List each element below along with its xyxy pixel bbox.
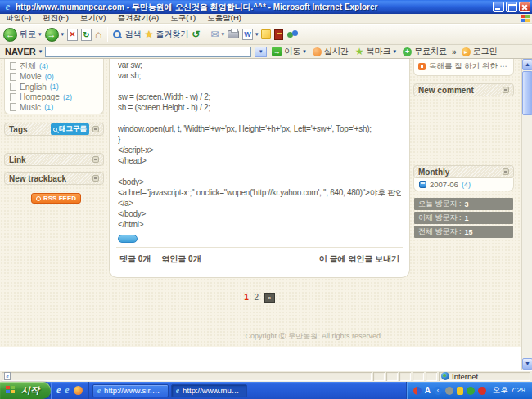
messenger-button[interactable] xyxy=(286,29,299,40)
status-panel xyxy=(399,372,411,381)
chevron-down-icon[interactable]: ▾ xyxy=(221,31,224,38)
stat-yesterday: 어제 방문자 : 1 xyxy=(414,212,513,224)
naver-bookmark-button[interactable]: ★ 북마크 ▾ xyxy=(354,46,398,57)
stop-button[interactable]: ✕ xyxy=(67,29,78,41)
trackback-count[interactable]: 엮인글 0개 xyxy=(161,253,201,265)
tagcloud-button[interactable]: 태그구름 xyxy=(51,123,89,135)
category-count: (1) xyxy=(44,103,53,111)
expand-icon[interactable] xyxy=(92,126,99,132)
next-page-button[interactable]: » xyxy=(264,293,275,303)
chevron-down-icon[interactable]: ▾ xyxy=(394,48,397,55)
menu-item-tools[interactable]: 도구(T) xyxy=(165,13,201,24)
tag-badge-icon[interactable] xyxy=(118,235,138,243)
history-button[interactable]: ↺ xyxy=(192,29,200,39)
chevron-down-icon[interactable]: ▾ xyxy=(61,31,65,38)
forward-button[interactable]: → ▾ xyxy=(45,28,65,42)
back-button[interactable]: ← 뒤로 ▾ xyxy=(3,28,42,42)
ime-language-icon[interactable]: A xyxy=(425,386,431,395)
scrollbar-thumb[interactable] xyxy=(522,71,532,115)
taskbar-window-sir[interactable]: e http://www.sir.co... xyxy=(92,384,169,397)
category-label: Music xyxy=(20,103,41,112)
note-tool-button[interactable] xyxy=(261,29,271,39)
mail-button[interactable]: ✉ ▾ xyxy=(210,29,224,39)
category-label: Movie xyxy=(20,72,42,81)
taskbar-window-muman[interactable]: e http://www.mum... xyxy=(171,384,247,397)
chevron-down-icon[interactable]: ▾ xyxy=(255,31,259,38)
favorites-button[interactable]: ★ 즐겨찾기 xyxy=(145,29,189,40)
scrollbar-up-button[interactable]: ▲ xyxy=(522,59,532,70)
expand-icon[interactable] xyxy=(503,168,509,175)
edit-button[interactable]: W ▾ xyxy=(242,29,259,40)
page-icon xyxy=(10,93,16,101)
page-2-link[interactable]: 2 xyxy=(255,293,259,302)
new-comment-box-header: New comment xyxy=(413,83,514,96)
tray-language-icon[interactable]: ‹ xyxy=(434,387,442,395)
divider xyxy=(156,256,156,263)
category-item-english[interactable]: English (1) xyxy=(10,82,98,92)
naver-free-button[interactable]: + 무료치료 xyxy=(401,46,449,57)
send-trackback-link[interactable]: 이 글에 엮인글 보내기 xyxy=(319,253,399,265)
scrollbar-track[interactable]: ▲ ▼ xyxy=(521,59,532,370)
menu-item-favorites[interactable]: 즐겨찾기(A) xyxy=(111,13,165,24)
toolbar-overflow-chevrons[interactable]: » xyxy=(452,47,457,56)
printer-icon xyxy=(228,30,239,38)
category-item-all[interactable]: 전체 (4) xyxy=(10,61,98,72)
start-button[interactable]: 시작 xyxy=(0,382,51,399)
menu-item-help[interactable]: 도움말(H) xyxy=(201,13,247,24)
monthly-item[interactable]: 2007-06 (4) xyxy=(413,178,514,191)
page-content: 전체 (4) Movie (0) English (1) Homepage (2… xyxy=(0,59,521,370)
category-label: English xyxy=(20,83,47,92)
naver-login-button[interactable]: ▸ 로그인 xyxy=(460,46,499,57)
system-tray: A ‹ 오후 7:29 xyxy=(406,382,532,399)
category-item-music[interactable]: Music (1) xyxy=(10,102,98,113)
minimize-button[interactable] xyxy=(493,2,504,12)
close-button[interactable] xyxy=(519,2,530,12)
visitor-stats: 오늘 방문자 : 3 어제 방문자 : 1 전체 방문자 : 15 xyxy=(414,198,513,240)
expand-icon[interactable] xyxy=(92,156,99,163)
naver-search-input[interactable] xyxy=(45,47,251,57)
category-item-homepage[interactable]: Homepage (2) xyxy=(10,92,98,103)
scrollbar-down-button[interactable]: ▼ xyxy=(522,358,532,370)
browser-quicklaunch-icon[interactable]: e xyxy=(65,384,69,397)
code-block: var sw; var sh; sw = (screen.Width - w) … xyxy=(118,60,401,230)
page-1-link[interactable]: 1 xyxy=(244,293,249,302)
menu-item-edit[interactable]: 편집(E) xyxy=(37,13,74,24)
app-quicklaunch-icon[interactable] xyxy=(74,386,83,395)
taskbar-clock[interactable]: 오후 7:29 xyxy=(489,385,525,396)
print-button[interactable] xyxy=(228,30,239,38)
comment-count[interactable]: 댓글 0개 xyxy=(119,253,151,265)
recent-post-item[interactable]: 독해를 잘 하기 위한 ⋯ (0) xyxy=(418,61,509,72)
chevron-down-icon[interactable]: ▾ xyxy=(39,48,43,55)
expand-icon[interactable] xyxy=(92,175,99,182)
taskbar-window-label: http://www.mum... xyxy=(183,386,242,395)
rss-feed-badge[interactable]: RSS FEED xyxy=(31,193,81,204)
naver-go-button[interactable]: → 이동 ▾ xyxy=(270,46,308,57)
red-app-button[interactable] xyxy=(274,29,283,40)
chevron-down-icon[interactable]: ▾ xyxy=(38,31,42,38)
search-button[interactable]: 검색 xyxy=(113,29,142,40)
naver-realtime-button[interactable]: 실시간 xyxy=(311,46,350,57)
month-count: (4) xyxy=(462,181,471,189)
forward-icon: → xyxy=(45,28,59,42)
tray-app-icon[interactable] xyxy=(413,387,422,395)
category-item-movie[interactable]: Movie (0) xyxy=(10,72,98,83)
search-dropdown-button[interactable]: ▾ xyxy=(255,47,267,57)
code-line: } xyxy=(118,134,401,145)
red-app-icon xyxy=(274,29,283,40)
menu-item-file[interactable]: 파일(F) xyxy=(0,13,37,24)
tray-app-icon[interactable] xyxy=(457,387,463,395)
pagination: 1 2 » xyxy=(109,293,410,303)
chevron-down-icon[interactable]: ▾ xyxy=(303,48,306,55)
stat-label: 어제 방문자 : xyxy=(418,213,462,223)
maximize-button[interactable] xyxy=(506,2,517,12)
tray-security-icon[interactable] xyxy=(467,387,475,395)
naver-logo[interactable]: NAVER xyxy=(5,47,36,56)
home-button[interactable]: ⌂ xyxy=(95,29,101,40)
menu-item-view[interactable]: 보기(V) xyxy=(74,13,112,24)
search-icon xyxy=(113,30,122,39)
ie-quicklaunch-icon[interactable]: e xyxy=(56,384,61,397)
tray-alert-icon[interactable] xyxy=(478,387,486,395)
tray-app-icon[interactable] xyxy=(445,387,453,395)
expand-icon[interactable] xyxy=(503,87,509,93)
refresh-button[interactable]: ↻ xyxy=(81,29,92,41)
